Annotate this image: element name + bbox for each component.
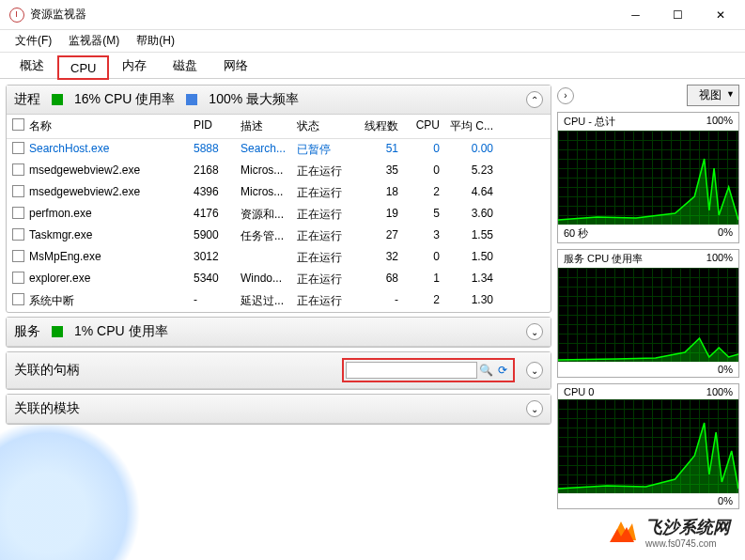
chart-footer-right: 0% (718, 226, 733, 241)
chart-0: CPU - 总计100%60 秒0% (557, 112, 739, 243)
proc-avg: 3.60 (447, 207, 499, 223)
row-checkbox[interactable] (12, 185, 24, 197)
row-checkbox[interactable] (12, 142, 24, 154)
col-avg[interactable]: 平均 C... (447, 118, 499, 134)
close-button[interactable]: ✕ (699, 1, 741, 29)
handles-header[interactable]: 关联的句柄 🔍 ⟳ ⌄ (7, 352, 551, 389)
proc-threads: 51 (353, 142, 410, 158)
proc-cpu: 0 (410, 163, 447, 179)
chart-max: 100% (706, 252, 733, 266)
col-pid[interactable]: PID (194, 118, 241, 134)
chart-1: 服务 CPU 使用率100%0% (557, 249, 739, 378)
chart-footer-left: 60 秒 (564, 226, 588, 241)
modules-header[interactable]: 关联的模块 ⌄ (7, 395, 551, 424)
modules-title: 关联的模块 (14, 400, 80, 417)
proc-pid: 2168 (194, 163, 241, 179)
process-row[interactable]: explorer.exe5340Windo...正在运行6811.34 (7, 269, 551, 290)
menu-help[interactable]: 帮助(H) (129, 30, 182, 52)
search-icon[interactable]: 🔍 (477, 362, 494, 379)
proc-threads: 27 (353, 228, 410, 244)
proc-cpu: 1 (410, 272, 447, 288)
row-checkbox[interactable] (12, 293, 24, 305)
tab-disk[interactable]: 磁盘 (161, 53, 210, 78)
chart-title: 服务 CPU 使用率 (564, 252, 643, 266)
proc-status: 正在运行 (297, 250, 353, 266)
col-cpu[interactable]: CPU (410, 118, 447, 134)
collapse-icon[interactable]: ⌃ (526, 91, 543, 108)
watermark-title: 飞沙系统网 (645, 516, 730, 538)
col-name[interactable]: 名称 (29, 118, 194, 134)
view-label: 视图 (699, 88, 722, 101)
sidebar-expand-icon[interactable]: › (557, 87, 574, 104)
main-content: 进程 16% CPU 使用率 100% 最大频率 ⌃ 名称 PID 描述 状态 … (0, 79, 557, 558)
proc-pid: 4176 (194, 207, 241, 223)
chart-title: CPU 0 (564, 386, 594, 397)
refresh-icon[interactable]: ⟳ (494, 362, 511, 379)
proc-desc: Search... (241, 142, 297, 158)
window-title: 资源监视器 (30, 7, 86, 23)
proc-pid: 3012 (194, 250, 241, 266)
services-indicator-icon (52, 326, 63, 337)
menu-file[interactable]: 文件(F) (8, 30, 59, 52)
proc-name: perfmon.exe (29, 207, 194, 223)
row-checkbox[interactable] (12, 228, 24, 241)
view-dropdown[interactable]: 视图 ▼ (687, 85, 739, 106)
col-desc[interactable]: 描述 (241, 118, 297, 134)
proc-name: msedgewebview2.exe (29, 185, 194, 201)
expand-icon[interactable]: ⌄ (526, 362, 543, 379)
handles-search-input[interactable] (346, 362, 477, 379)
col-threads[interactable]: 线程数 (353, 118, 410, 134)
charts-sidebar: › 视图 ▼ CPU - 总计100%60 秒0%服务 CPU 使用率100%0… (557, 79, 745, 558)
tab-network[interactable]: 网络 (211, 53, 260, 78)
proc-name: SearchHost.exe (29, 142, 194, 158)
proc-name: 系统中断 (29, 293, 194, 309)
proc-name: MsMpEng.exe (29, 250, 194, 266)
proc-status: 正在运行 (297, 272, 353, 288)
expand-icon[interactable]: ⌄ (526, 400, 543, 417)
process-row[interactable]: Taskmgr.exe5900任务管...正在运行2731.55 (7, 226, 551, 247)
proc-cpu: 2 (410, 185, 447, 201)
modules-section: 关联的模块 ⌄ (6, 394, 551, 425)
processes-section: 进程 16% CPU 使用率 100% 最大频率 ⌃ 名称 PID 描述 状态 … (6, 85, 551, 313)
process-row[interactable]: 系统中断-延迟过...正在运行-21.30 (7, 290, 551, 312)
menu-monitor[interactable]: 监视器(M) (61, 30, 127, 52)
tab-memory[interactable]: 内存 (110, 53, 159, 78)
maximize-button[interactable]: ☐ (657, 1, 699, 29)
proc-pid: - (194, 293, 241, 309)
proc-cpu: 2 (410, 293, 447, 309)
proc-cpu: 3 (410, 228, 447, 244)
services-header[interactable]: 服务 1% CPU 使用率 ⌄ (7, 318, 551, 347)
chart-footer-right: 0% (718, 364, 733, 375)
tab-overview[interactable]: 概述 (8, 53, 56, 78)
process-row[interactable]: perfmon.exe4176资源和...正在运行1953.60 (7, 204, 551, 226)
col-status[interactable]: 状态 (297, 118, 353, 134)
row-checkbox[interactable] (12, 272, 24, 284)
row-checkbox[interactable] (12, 250, 24, 262)
processes-header[interactable]: 进程 16% CPU 使用率 100% 最大频率 ⌃ (7, 86, 551, 115)
watermark-logo-icon (608, 516, 638, 549)
chart-2: CPU 0100%0% (557, 383, 739, 509)
process-row[interactable]: MsMpEng.exe3012正在运行3201.50 (7, 247, 551, 269)
app-icon (9, 8, 24, 23)
process-row[interactable]: msedgewebview2.exe2168Micros...正在运行3505.… (7, 161, 551, 182)
proc-threads: 18 (353, 185, 410, 201)
expand-icon[interactable]: ⌄ (526, 323, 543, 340)
services-ind-text: 1% CPU 使用率 (74, 323, 168, 340)
chart-footer-right: 0% (718, 495, 733, 506)
proc-avg: 1.30 (447, 293, 499, 309)
process-row[interactable]: SearchHost.exe5888Search...已暂停5100.00 (7, 139, 551, 161)
minimize-button[interactable]: ─ (614, 1, 657, 29)
titlebar: 资源监视器 ─ ☐ ✕ (0, 0, 745, 30)
proc-desc: Windo... (241, 272, 297, 288)
proc-threads: 35 (353, 163, 410, 179)
row-checkbox[interactable] (12, 163, 24, 176)
tab-cpu[interactable]: CPU (58, 56, 108, 79)
select-all-checkbox[interactable] (12, 118, 24, 131)
row-checkbox[interactable] (12, 207, 24, 219)
proc-pid: 4396 (194, 185, 241, 201)
proc-status: 正在运行 (297, 163, 353, 179)
proc-desc: Micros... (241, 163, 297, 179)
proc-avg: 1.50 (447, 250, 499, 266)
process-row[interactable]: msedgewebview2.exe4396Micros...正在运行1824.… (7, 182, 551, 204)
proc-desc: Micros... (241, 185, 297, 201)
